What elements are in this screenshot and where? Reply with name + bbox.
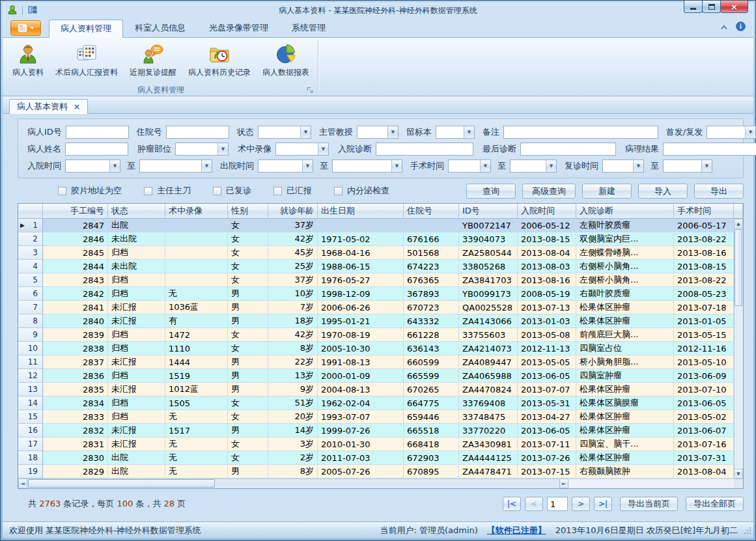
cell-admit_date[interactable]: 2013-07-26 — [518, 451, 576, 465]
cell-id_no[interactable]: 33770220 — [459, 424, 518, 437]
table-row[interactable]: 172831未汇报无女3岁2010-01-30668418ZA343098120… — [18, 437, 743, 451]
row-header[interactable]: 19 — [18, 465, 43, 479]
cell-age[interactable]: 8岁 — [268, 465, 318, 479]
cell-status[interactable]: 出院 — [108, 219, 165, 232]
filter-patient-name-input[interactable] — [65, 143, 128, 156]
cell-admission_no[interactable]: 670723 — [404, 301, 459, 314]
row-header[interactable]: 14 — [18, 396, 43, 410]
table-row[interactable]: 162832未汇报1517男14岁1999-07-266655183377022… — [18, 424, 743, 437]
ribbon-button-revisit-reminder[interactable]: 近期复诊提醒 — [124, 40, 182, 79]
filter-intraop-video-combo[interactable]: ▼ — [275, 143, 329, 156]
row-header[interactable]: 4 — [18, 260, 43, 273]
cell-birth[interactable]: 1999-07-26 — [318, 424, 404, 437]
row-header[interactable]: 11 — [18, 355, 43, 369]
cell-birth[interactable] — [318, 219, 404, 232]
cell-id_no[interactable]: ZA3430981 — [459, 437, 518, 451]
cell-admit_date[interactable]: 2013-07-07 — [518, 383, 576, 396]
scroll-down-button[interactable]: ▼ — [734, 469, 743, 479]
checkbox-reported[interactable] — [273, 187, 282, 195]
checkbox-film-address-empty[interactable] — [58, 187, 66, 195]
cell-admit_date[interactable]: 2013-06-05 — [518, 424, 576, 437]
cell-gender[interactable]: 女 — [228, 273, 268, 287]
column-header-diagnosis[interactable]: 入院诊断 — [576, 204, 674, 219]
cell-birth[interactable]: 2004-08-13 — [318, 383, 404, 396]
layout-grid-icon[interactable] — [27, 5, 38, 17]
cell-manual_no[interactable]: 2835 — [43, 383, 108, 396]
cell-id_no[interactable]: 33748475 — [459, 410, 518, 424]
cell-age[interactable]: 13岁 — [268, 369, 318, 383]
cell-admit_date[interactable]: 2013-07-13 — [518, 301, 576, 314]
checkbox-chief-surgeon[interactable] — [144, 187, 152, 195]
cell-manual_no[interactable]: 2839 — [43, 328, 108, 342]
filter-pathology-result-input[interactable] — [663, 143, 756, 156]
table-row[interactable]: 72841未汇报1036蓝男7岁2006-06-26670723QA002552… — [18, 301, 743, 314]
chevron-down-icon[interactable]: ▼ — [300, 126, 311, 138]
export-all-pages-button[interactable]: 导出全部页 — [686, 497, 744, 511]
ribbon-button-patient-data[interactable]: 病人资料 — [7, 40, 49, 79]
column-header-admission_no[interactable]: 住院号 — [404, 204, 459, 219]
filter-patient-id-input[interactable] — [66, 126, 129, 139]
app-icon[interactable] — [7, 5, 18, 17]
cell-admission_no[interactable]: 672903 — [404, 451, 459, 465]
cell-admission_no[interactable]: 643332 — [404, 314, 459, 328]
cell-video[interactable]: 1444 — [165, 355, 228, 369]
first-page-button[interactable]: |< — [503, 497, 521, 511]
row-header[interactable]: 15 — [18, 410, 43, 424]
cell-video[interactable]: 无 — [165, 437, 228, 451]
cell-diagnosis[interactable]: 前颅底巨大脑... — [576, 328, 674, 342]
chevron-down-icon[interactable]: ▼ — [464, 126, 474, 138]
cell-manual_no[interactable]: 2843 — [43, 273, 108, 287]
cell-id_no[interactable]: ZA4444125 — [459, 451, 518, 465]
cell-admit_date[interactable]: 2013-08-15 — [518, 232, 576, 246]
row-header[interactable]: 12 — [18, 369, 43, 383]
ribbon-tab-department-staff-info[interactable]: 科室人员信息 — [123, 19, 197, 37]
cell-manual_no[interactable]: 2831 — [43, 437, 108, 451]
filter-admit-date-to-combo[interactable]: ▼ — [139, 160, 212, 173]
next-page-button[interactable]: > — [572, 497, 590, 511]
cell-admit_date[interactable]: 2013-01-03 — [518, 314, 576, 328]
cell-surgery_date[interactable]: 2013-01-05 — [674, 314, 734, 328]
cell-birth[interactable]: 2011-07-03 — [318, 451, 404, 465]
cell-admission_no[interactable]: 676365 — [404, 273, 459, 287]
cell-manual_no[interactable]: 2847 — [43, 219, 108, 232]
cell-status[interactable]: 归档 — [108, 396, 165, 410]
cell-status[interactable]: 归档 — [108, 342, 165, 355]
cell-age[interactable]: 42岁 — [268, 232, 318, 246]
cell-age[interactable]: 37岁 — [268, 273, 318, 287]
cell-surgery_date[interactable]: 2013-07-18 — [674, 301, 734, 314]
horizontal-scrollbar[interactable]: ◄ ► — [18, 479, 568, 488]
filter-tumor-site-combo[interactable]: ▼ — [175, 143, 229, 156]
cell-surgery_date[interactable]: 2013-08-04 — [674, 465, 734, 479]
row-header[interactable]: 3 — [18, 246, 43, 260]
cell-admission_no[interactable]: 676166 — [404, 232, 459, 246]
filter-discharge-date-to-combo[interactable]: ▼ — [332, 160, 402, 173]
column-header-birth[interactable]: 出生日期 — [318, 204, 404, 219]
cell-gender[interactable]: 女 — [228, 246, 268, 260]
query-button[interactable]: 查询 — [466, 184, 516, 199]
table-row[interactable]: 22846未出院女42岁1971-05-02676166339040732013… — [18, 232, 743, 246]
filter-revisit-date-from-combo[interactable]: ▼ — [602, 160, 644, 173]
cell-gender[interactable]: 女 — [228, 328, 268, 342]
cell-age[interactable]: 45岁 — [268, 246, 318, 260]
cell-surgery_date[interactable]: 2006-05-17 — [674, 219, 734, 232]
row-header[interactable]: 7 — [18, 301, 43, 314]
table-row[interactable]: 152833归档无女20岁1993-07-0765944633748475201… — [18, 410, 743, 424]
cell-admit_date[interactable]: 2013-08-03 — [518, 260, 576, 273]
chevron-down-icon[interactable]: ▼ — [201, 160, 212, 172]
cell-gender[interactable]: 女 — [228, 232, 268, 246]
cell-video[interactable]: 1036蓝 — [165, 301, 228, 314]
cell-diagnosis[interactable]: 四脑室占位 — [576, 342, 674, 355]
cell-manual_no[interactable]: 2844 — [43, 260, 108, 273]
row-header[interactable]: 9 — [18, 328, 43, 342]
cell-admit_date[interactable]: 2008-05-19 — [518, 287, 576, 301]
cell-video[interactable]: 1110 — [165, 342, 228, 355]
cell-gender[interactable]: 男 — [228, 424, 268, 437]
filter-surgery-date-to-combo[interactable]: ▼ — [510, 160, 557, 173]
cell-birth[interactable]: 2010-01-30 — [318, 437, 404, 451]
cell-birth[interactable]: 1970-08-19 — [318, 328, 404, 342]
cell-gender[interactable]: 女 — [228, 260, 268, 273]
filter-revisit-date-to-combo[interactable]: ▼ — [663, 160, 712, 173]
chevron-down-icon[interactable]: ▼ — [318, 143, 328, 155]
cell-video[interactable] — [165, 232, 228, 246]
column-header-row-indicator[interactable] — [18, 204, 43, 219]
